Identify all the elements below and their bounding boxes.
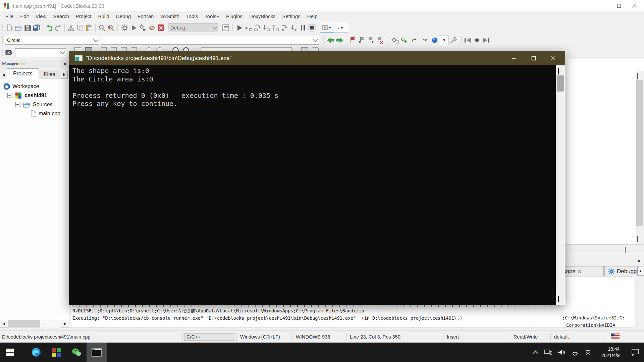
redo-button[interactable]	[54, 23, 63, 32]
menu-help[interactable]: Help	[304, 12, 321, 20]
break-debugger-button[interactable]	[298, 23, 307, 32]
menu-build[interactable]: Build	[95, 12, 113, 20]
doxywizard-button[interactable]	[430, 36, 439, 45]
scroll-right-icon[interactable]	[61, 320, 69, 328]
app-titlebar[interactable]: main.cpp [ceshi491] - Code::Blocks 20.03	[0, 0, 644, 11]
toolbar-grip[interactable]	[1, 36, 4, 44]
step-into-instruction-button[interactable]	[289, 23, 298, 32]
menu-doxyblocks[interactable]: DoxyBlocks	[246, 12, 279, 20]
menu-settings[interactable]: Settings	[279, 12, 304, 20]
close-button[interactable]	[627, 1, 642, 11]
tree-item-workspace[interactable]: Workspace	[0, 82, 69, 91]
toolbar-grip[interactable]	[116, 24, 119, 32]
menu-debug[interactable]: Debug	[113, 12, 134, 20]
save-all-button[interactable]	[32, 23, 41, 32]
toolbar-grip[interactable]	[1, 24, 4, 32]
tab-scope[interactable]: cope	[559, 266, 604, 277]
doxyblocks-extract-button[interactable]	[390, 36, 399, 45]
previous-bookmark-button[interactable]	[357, 36, 366, 45]
scroll-down-icon[interactable]	[638, 320, 638, 326]
hscroll-track[interactable]	[8, 320, 61, 327]
scroll-up-icon[interactable]	[558, 68, 559, 74]
tray-network-icon[interactable]	[568, 343, 582, 362]
doxy-block-comment-button[interactable]: /**	[409, 36, 420, 45]
goto-next-button[interactable]	[335, 36, 344, 45]
tree-item-sources[interactable]: Sources	[0, 100, 69, 109]
run-button[interactable]	[129, 23, 138, 32]
new-file-button[interactable]	[5, 23, 14, 32]
menu-edit[interactable]: Edit	[17, 12, 32, 20]
debugging-windows-dropdown[interactable]	[320, 23, 334, 33]
scroll-up-icon[interactable]	[638, 281, 638, 287]
tree-item-project[interactable]: ceshi491	[0, 91, 69, 100]
vscroll-thumb[interactable]	[636, 80, 643, 226]
console-vscrollbar[interactable]	[556, 65, 565, 305]
menu-search[interactable]: Search	[50, 12, 72, 20]
doxy-help-button[interactable]: ?	[439, 36, 449, 45]
toolbar-grip[interactable]	[322, 36, 325, 44]
taskbar-wechat-icon[interactable]	[66, 343, 87, 362]
minimize-button[interactable]	[596, 1, 611, 11]
hscroll-thumb[interactable]	[8, 320, 40, 327]
next-bookmark-button[interactable]	[366, 36, 375, 45]
scroll-left-icon[interactable]	[0, 320, 8, 328]
doxyblocks-run-button[interactable]	[399, 36, 409, 45]
logs-close-icon[interactable]	[637, 258, 641, 264]
goto-previous-button[interactable]	[326, 36, 335, 45]
menu-plugins[interactable]: Plugins	[223, 12, 246, 20]
taskbar-codeblocks-icon[interactable]	[46, 343, 66, 362]
build-and-run-button[interactable]	[138, 23, 147, 32]
save-button[interactable]	[23, 23, 32, 32]
scroll-right-icon[interactable]	[625, 247, 626, 253]
console-close-button[interactable]	[543, 51, 563, 65]
console-titlebar[interactable]: "D:\codeblocks project\ceshi491\bin\Debu…	[69, 51, 565, 65]
toolbar-grip[interactable]	[387, 36, 389, 44]
step-out-button[interactable]	[271, 23, 280, 32]
debug-info-dropdown[interactable]: i	[334, 23, 348, 33]
cut-button[interactable]	[66, 23, 75, 32]
find-button[interactable]	[97, 23, 106, 32]
taskbar-console-icon[interactable]	[87, 343, 107, 362]
tab-files[interactable]: Files	[39, 70, 60, 79]
tray-expand-icon[interactable]	[529, 343, 541, 362]
tray-ime-indicator[interactable]: 英	[582, 343, 594, 362]
rebuild-button[interactable]	[147, 23, 156, 32]
menu-tools-plus[interactable]: Tools+	[201, 12, 223, 20]
paste-button[interactable]	[85, 23, 94, 32]
clear-search-button[interactable]	[5, 48, 14, 57]
logs-vscrollbar[interactable]	[636, 279, 644, 328]
scroll-down-icon[interactable]	[637, 236, 638, 242]
next-instruction-button[interactable]	[280, 23, 289, 32]
management-close-icon[interactable]	[63, 62, 67, 66]
toolbar-grip[interactable]	[1, 49, 4, 57]
collapse-icon[interactable]	[7, 93, 12, 98]
console-minimize-button[interactable]	[504, 51, 524, 65]
toggle-bookmark-button[interactable]	[348, 36, 357, 45]
stop-debugger-button[interactable]	[307, 23, 316, 32]
replace-button[interactable]: R	[106, 23, 115, 32]
run-to-cursor-button[interactable]	[244, 23, 253, 32]
menu-wxsmith[interactable]: wxSmith	[157, 12, 183, 20]
action-center-icon[interactable]	[627, 343, 644, 362]
tab-close-icon[interactable]	[578, 270, 581, 274]
browse-marker-button[interactable]	[472, 36, 481, 45]
tray-device-icon[interactable]	[541, 343, 555, 362]
menu-fortran[interactable]: Fortran	[134, 12, 157, 20]
maximize-button[interactable]	[611, 1, 627, 11]
function-select[interactable]	[101, 36, 319, 45]
browse-back-button[interactable]	[463, 36, 472, 45]
tab-scroll-left[interactable]	[1, 71, 7, 79]
undo-button[interactable]	[45, 23, 54, 32]
logs-tab-scroll-right[interactable]	[637, 267, 644, 276]
browse-forward-button[interactable]	[481, 36, 490, 45]
taskbar-edge-icon[interactable]	[26, 343, 46, 362]
abort-button[interactable]	[156, 23, 165, 32]
tab-scroll-right[interactable]	[61, 71, 68, 79]
console-maximize-button[interactable]	[524, 51, 543, 65]
menu-project[interactable]: Project	[72, 12, 95, 20]
tree-item-main-cpp[interactable]: main.cpp	[0, 109, 69, 118]
build-button[interactable]	[120, 23, 129, 32]
open-file-button[interactable]	[14, 23, 23, 32]
console-scroll-thumb[interactable]	[557, 75, 564, 92]
compiler-messages-button[interactable]	[221, 23, 230, 32]
